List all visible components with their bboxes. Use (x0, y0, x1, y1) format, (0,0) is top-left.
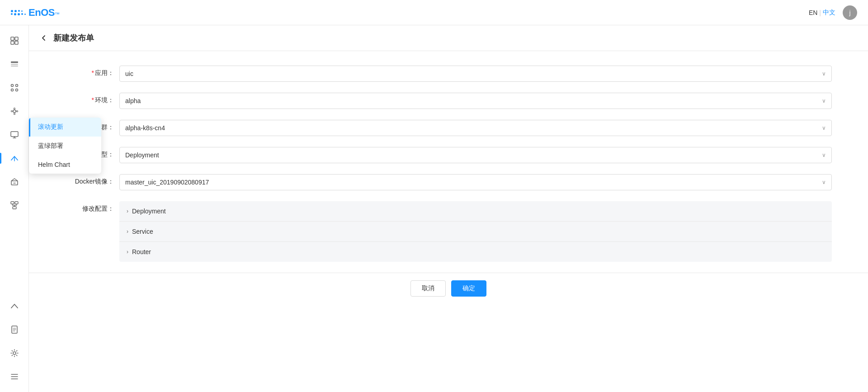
svg-rect-16 (11, 132, 18, 137)
docker-label: Docker镜像： (65, 174, 119, 186)
svg-rect-0 (11, 37, 14, 40)
content-area: 新建发布单 *应用： uic ∨ *环境： (29, 25, 868, 392)
config-label: 修改配置： (65, 201, 119, 213)
form-content: *应用： uic ∨ *环境： alpha ∨ (29, 51, 868, 392)
sidebar-item-settings[interactable] (4, 342, 25, 364)
main-layout: 新建发布单 *应用： uic ∨ *环境： (0, 25, 868, 392)
config-router[interactable]: › Router (119, 242, 832, 262)
dot2 (14, 10, 17, 12)
form-row-env: *环境： alpha ∨ (29, 93, 868, 109)
deployment-chevron-icon: › (127, 208, 128, 214)
page-title: 新建发布单 (53, 33, 94, 43)
dropdown-item-helmchart[interactable]: Helm Chart (29, 156, 101, 174)
svg-point-13 (14, 113, 15, 115)
svg-rect-6 (11, 66, 18, 66)
config-control: › Deployment › Service › Router (119, 201, 832, 262)
dot6 (14, 13, 16, 15)
dot8 (21, 13, 23, 15)
service-chevron-icon: › (127, 228, 128, 235)
header-right: EN | 中文 j (809, 5, 857, 20)
logo: EnOS™ (11, 7, 59, 19)
page-header: 新建发布单 (29, 25, 868, 51)
lang-switcher[interactable]: EN | 中文 (809, 9, 835, 17)
sidebar-item-extensions[interactable] (4, 100, 25, 122)
svg-point-8 (15, 85, 18, 87)
svg-rect-1 (15, 37, 18, 40)
dot9 (24, 14, 26, 15)
svg-point-10 (15, 89, 18, 91)
user-avatar[interactable]: j (843, 5, 857, 20)
env-control: alpha ∨ (119, 93, 832, 109)
resource-type-control: Deployment ∨ (119, 147, 832, 163)
svg-point-11 (13, 110, 16, 113)
back-button[interactable] (40, 34, 48, 42)
form-row-config: 修改配置： › Deployment › Service › (29, 201, 868, 262)
sidebar-item-package[interactable] (4, 171, 25, 193)
config-service[interactable]: › Service (119, 222, 832, 242)
svg-rect-18 (11, 202, 14, 204)
dot3 (18, 10, 20, 12)
app-chevron-icon: ∨ (822, 71, 826, 77)
svg-rect-20 (13, 207, 16, 209)
sidebar-item-monitor[interactable] (4, 124, 25, 146)
resource-type-select[interactable]: Deployment ∨ (119, 147, 832, 163)
docker-chevron-icon: ∨ (822, 179, 826, 185)
env-label: *环境： (65, 93, 119, 104)
app-label: *应用： (65, 66, 119, 77)
cluster-control: alpha-k8s-cn4 ∨ (119, 120, 832, 136)
config-section: › Deployment › Service › Router (119, 201, 832, 262)
config-deployment[interactable]: › Deployment (119, 201, 832, 222)
form-row-docker: Docker镜像： master_uic_20190902080917 ∨ (29, 174, 868, 190)
sidebar-item-release[interactable] (4, 295, 25, 317)
env-chevron-icon: ∨ (822, 98, 826, 104)
sidebar-item-apps[interactable] (4, 77, 25, 99)
sidebar-item-menu[interactable] (4, 366, 25, 387)
dropdown-item-bluegreen[interactable]: 蓝绿部署 (29, 137, 101, 156)
svg-point-7 (11, 85, 13, 87)
resource-type-chevron-icon: ∨ (822, 152, 826, 158)
svg-rect-3 (15, 41, 18, 44)
sidebar-item-doc[interactable] (4, 319, 25, 340)
svg-rect-2 (11, 41, 14, 44)
dropdown-item-rolling[interactable]: 滚动更新 (29, 118, 101, 137)
svg-point-15 (16, 111, 18, 112)
env-select[interactable]: alpha ∨ (119, 93, 832, 109)
sidebar-item-table[interactable] (4, 53, 25, 75)
dot1 (11, 10, 13, 12)
form-row-cluster: *集群： alpha-k8s-cn4 ∨ (29, 120, 868, 136)
logo-text: EnOS™ (28, 7, 59, 19)
lang-zh[interactable]: 中文 (823, 9, 835, 17)
form-row-app: *应用： uic ∨ (29, 66, 868, 82)
svg-point-22 (13, 352, 16, 354)
svg-point-9 (11, 89, 13, 91)
logo-dots (11, 10, 26, 15)
dropdown-menu: 滚动更新 蓝绿部署 Helm Chart (29, 118, 101, 174)
top-header: EnOS™ EN | 中文 j (0, 0, 868, 25)
sidebar-item-cluster[interactable] (4, 194, 25, 216)
sidebar-item-grid[interactable] (4, 30, 25, 52)
docker-control: master_uic_20190902080917 ∨ (119, 174, 832, 190)
form-row-resource-type: *资源类型： Deployment ∨ (29, 147, 868, 163)
svg-rect-4 (11, 61, 18, 63)
form-footer: 取消 确定 (29, 273, 868, 304)
dot7 (18, 13, 20, 15)
svg-rect-5 (11, 64, 18, 65)
cluster-select[interactable]: alpha-k8s-cn4 ∨ (119, 120, 832, 136)
dot5 (11, 13, 13, 15)
svg-rect-19 (15, 202, 18, 204)
cluster-chevron-icon: ∨ (822, 125, 826, 131)
router-chevron-icon: › (127, 249, 128, 255)
app-control: uic ∨ (119, 66, 832, 82)
confirm-button[interactable]: 确定 (451, 280, 486, 297)
docker-select[interactable]: master_uic_20190902080917 ∨ (119, 174, 832, 190)
lang-en[interactable]: EN (809, 9, 817, 16)
sidebar-item-deploy[interactable] (4, 147, 25, 169)
svg-point-14 (11, 111, 12, 112)
dot4 (21, 10, 23, 12)
sidebar (0, 25, 29, 392)
app-select[interactable]: uic ∨ (119, 66, 832, 82)
cancel-button[interactable]: 取消 (410, 280, 446, 297)
svg-point-12 (14, 108, 15, 109)
lang-divider: | (819, 9, 821, 16)
